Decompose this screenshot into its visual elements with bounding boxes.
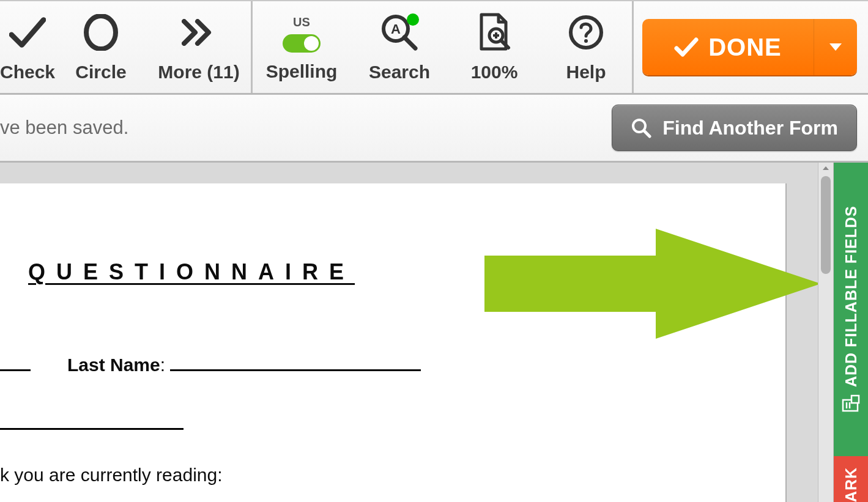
svg-line-11 <box>644 131 650 136</box>
document-fields-icon <box>842 394 860 413</box>
magnifier-icon <box>631 117 651 138</box>
annotate-tools-group: Check Circle More (11) <box>0 1 251 93</box>
document-page[interactable]: QUESTIONNAIRE Last Name : k you are curr… <box>0 183 787 502</box>
check-label: Check <box>0 62 55 83</box>
chevron-double-right-icon <box>182 12 216 53</box>
spelling-locale-label: US <box>293 15 310 29</box>
done-dropdown-button[interactable] <box>814 19 857 75</box>
circle-icon <box>83 12 119 53</box>
mark-tab[interactable]: MARK <box>834 456 868 502</box>
svg-point-9 <box>584 39 588 43</box>
last-name-row: Last Name : <box>0 355 421 375</box>
caret-down-icon <box>828 42 843 52</box>
blank-line <box>0 428 184 430</box>
last-name-field-line[interactable] <box>170 369 421 371</box>
blank-line <box>0 369 31 371</box>
help-icon <box>568 12 604 53</box>
more-button[interactable]: More (11) <box>147 1 251 93</box>
more-label: More (11) <box>158 62 239 83</box>
scroll-up-button[interactable] <box>818 164 833 172</box>
done-button[interactable]: DONE <box>642 19 814 75</box>
status-text: ve been saved. <box>0 117 128 139</box>
done-split-button: DONE <box>642 19 857 75</box>
mark-label: MARK <box>842 467 860 502</box>
zoom-button[interactable]: 100% <box>448 1 540 93</box>
find-form-label: Find Another Form <box>662 117 838 139</box>
vertical-scrollbar[interactable] <box>818 163 834 502</box>
scroll-thumb[interactable] <box>821 176 831 274</box>
done-button-container: DONE <box>634 1 868 93</box>
svg-rect-15 <box>851 396 859 403</box>
add-fillable-fields-tab[interactable]: ADD FILLABLE FIELDS <box>834 163 868 456</box>
circle-button[interactable]: Circle <box>55 1 147 93</box>
done-label: DONE <box>708 34 782 61</box>
work-area: QUESTIONNAIRE Last Name : k you are curr… <box>0 163 868 502</box>
circle-label: Circle <box>75 62 126 83</box>
main-toolbar: Check Circle More (11) US Spelling <box>0 0 868 95</box>
add-fillable-fields-label: ADD FILLABLE FIELDS <box>842 206 860 388</box>
spelling-label: Spelling <box>266 61 338 82</box>
svg-point-0 <box>86 16 116 49</box>
spelling-toggle[interactable] <box>283 34 321 53</box>
help-button[interactable]: Help <box>540 1 632 93</box>
zoom-label: 100% <box>471 62 518 83</box>
check-icon <box>674 36 699 58</box>
spelling-button[interactable]: US Spelling <box>253 1 351 93</box>
svg-point-8 <box>571 17 601 48</box>
search-button[interactable]: A Search <box>351 1 448 93</box>
zoom-document-icon <box>475 12 513 53</box>
search-label: Search <box>369 62 430 83</box>
document-title: QUESTIONNAIRE <box>28 259 355 285</box>
notification-dot <box>407 13 419 26</box>
check-button[interactable]: Check <box>0 1 55 93</box>
find-another-form-button[interactable]: Find Another Form <box>612 105 857 151</box>
svg-line-2 <box>404 37 415 48</box>
svg-text:A: A <box>391 21 401 37</box>
reading-prompt: k you are currently reading: <box>0 465 223 485</box>
arrow-right-icon <box>484 229 821 339</box>
toggle-knob <box>304 36 319 51</box>
view-tools-group: US Spelling A Search <box>253 1 632 93</box>
help-label: Help <box>566 62 606 83</box>
side-tabs: ADD FILLABLE FIELDS MARK <box>834 163 868 502</box>
secondary-bar: ve been saved. Find Another Form <box>0 95 868 163</box>
last-name-label: Last Name <box>67 355 160 375</box>
check-icon <box>9 12 46 53</box>
